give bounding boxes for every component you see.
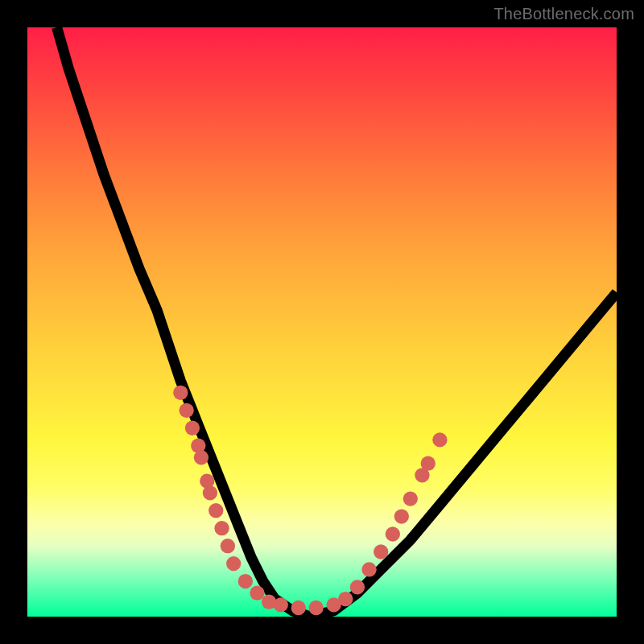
watermark-label: TheBottleneck.com [493,5,634,23]
data-dot [374,544,388,559]
chart-frame: TheBottleneck.com [0,0,644,644]
data-dot [185,421,200,436]
data-dot [221,539,235,553]
data-dot [194,450,208,464]
data-dot [403,491,418,506]
data-dot [226,556,241,571]
data-dot [309,601,324,615]
data-dot [432,432,447,447]
data-dot [291,601,306,615]
plot-area [27,27,617,617]
bottleneck-curve [57,27,617,617]
data-dot [179,403,193,418]
data-dots [173,386,447,615]
data-dot [338,592,353,606]
data-dot [173,386,188,400]
data-dot [208,503,223,518]
data-dot [361,562,376,576]
data-dot [274,597,288,612]
data-dot [386,526,400,541]
data-dot [394,509,409,523]
data-dot [421,456,436,471]
data-dot [214,521,229,535]
bottleneck-curve-svg [27,27,617,617]
data-dot [238,574,253,588]
data-dot [250,586,264,601]
data-dot [203,485,217,500]
data-dot [350,580,365,594]
